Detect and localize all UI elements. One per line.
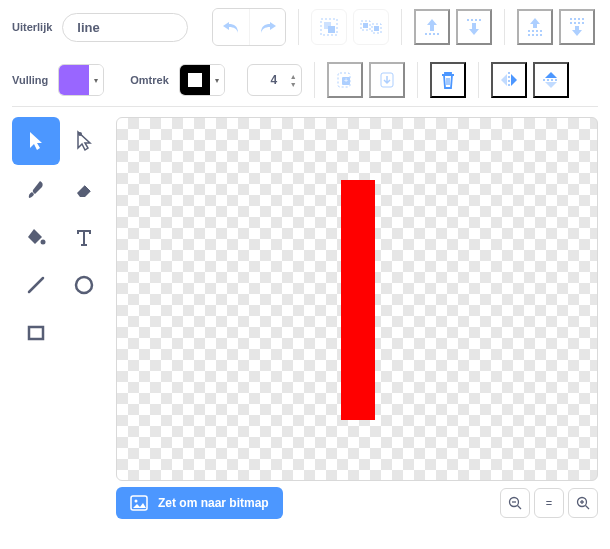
costume-name-input[interactable] <box>62 13 188 42</box>
brush-icon <box>25 178 47 200</box>
reshape-icon <box>74 130 94 152</box>
chevron-down-icon: ▾ <box>210 65 224 95</box>
stroke-width-wrap: ▲▼ <box>247 64 302 96</box>
brush-tool[interactable] <box>12 165 60 213</box>
flip-vertical-button[interactable] <box>533 62 569 98</box>
divider <box>298 9 299 45</box>
image-icon <box>130 495 148 511</box>
convert-label: Zet om naar bitmap <box>158 496 269 510</box>
tool-palette <box>12 117 108 519</box>
backward-icon <box>465 17 483 37</box>
divider <box>401 9 402 45</box>
text-icon <box>75 227 93 247</box>
costume-label: Uiterlijk <box>12 21 52 33</box>
svg-point-24 <box>76 277 92 293</box>
fill-label: Vulling <box>12 74 48 86</box>
undo-button[interactable] <box>213 9 249 45</box>
svg-line-23 <box>29 278 43 292</box>
rectangle-tool[interactable] <box>12 309 60 357</box>
svg-rect-2 <box>328 26 335 33</box>
front-icon <box>526 16 544 38</box>
flip-horizontal-icon <box>498 71 520 89</box>
flip-horizontal-button[interactable] <box>491 62 527 98</box>
svg-point-21 <box>78 132 82 136</box>
svg-line-32 <box>586 506 590 510</box>
outline-inner <box>188 73 202 87</box>
zoom-reset-button[interactable]: = <box>534 488 564 518</box>
line-tool[interactable] <box>12 261 60 309</box>
rect-icon <box>25 322 47 344</box>
chevron-down-icon: ▾ <box>89 65 103 95</box>
redo-button[interactable] <box>249 9 285 45</box>
stroke-width-input[interactable] <box>258 73 290 87</box>
divider <box>504 9 505 45</box>
eraser-tool[interactable] <box>60 165 108 213</box>
text-tool[interactable] <box>60 213 108 261</box>
ungroup-button[interactable] <box>353 9 389 45</box>
zoom-out-icon <box>508 496 522 510</box>
line-icon <box>25 274 47 296</box>
svg-rect-4 <box>363 23 368 28</box>
stroke-stepper[interactable]: ▲▼ <box>290 73 297 88</box>
ungroup-icon <box>360 17 382 37</box>
undo-redo-group <box>212 8 286 46</box>
fill-tool[interactable] <box>12 213 60 261</box>
divider <box>417 62 418 98</box>
select-tool[interactable] <box>12 117 60 165</box>
zoom-in-button[interactable] <box>568 488 598 518</box>
divider <box>478 62 479 98</box>
group-button[interactable] <box>311 9 347 45</box>
svg-rect-25 <box>29 327 43 339</box>
back-button[interactable] <box>559 9 595 45</box>
divider <box>314 62 315 98</box>
zoom-in-icon <box>576 496 590 510</box>
paste-button[interactable] <box>369 62 405 98</box>
canvas-area: Zet om naar bitmap = <box>116 117 598 519</box>
canvas[interactable] <box>116 117 598 481</box>
eraser-icon <box>73 179 95 199</box>
pointer-icon <box>26 130 46 152</box>
undo-icon <box>222 20 240 34</box>
redo-icon <box>259 20 277 34</box>
convert-bitmap-button[interactable]: Zet om naar bitmap <box>116 487 283 519</box>
copy-button[interactable]: + <box>327 62 363 98</box>
backward-button[interactable] <box>456 9 492 45</box>
copy-icon: + <box>335 70 355 90</box>
svg-point-27 <box>135 500 138 503</box>
bucket-icon <box>25 226 47 248</box>
svg-point-22 <box>41 240 46 245</box>
front-button[interactable] <box>517 9 553 45</box>
flip-vertical-icon <box>542 69 560 91</box>
drawn-shape[interactable] <box>341 180 375 420</box>
zoom-out-button[interactable] <box>500 488 530 518</box>
circle-tool[interactable] <box>60 261 108 309</box>
forward-button[interactable] <box>414 9 450 45</box>
forward-icon <box>423 17 441 37</box>
paste-icon <box>377 70 397 90</box>
outline-label: Omtrek <box>130 74 169 86</box>
fill-swatch <box>59 65 89 95</box>
svg-text:+: + <box>344 77 348 84</box>
back-icon <box>568 16 586 38</box>
fill-color-picker[interactable]: ▾ <box>58 64 104 96</box>
zoom-group: = <box>500 488 598 518</box>
svg-line-29 <box>518 506 522 510</box>
trash-icon <box>439 70 457 90</box>
svg-rect-6 <box>374 26 379 31</box>
delete-button[interactable] <box>430 62 466 98</box>
outline-swatch <box>180 65 210 95</box>
group-icon <box>319 17 339 37</box>
outline-color-picker[interactable]: ▾ <box>179 64 225 96</box>
reshape-tool[interactable] <box>60 117 108 165</box>
circle-icon <box>73 274 95 296</box>
